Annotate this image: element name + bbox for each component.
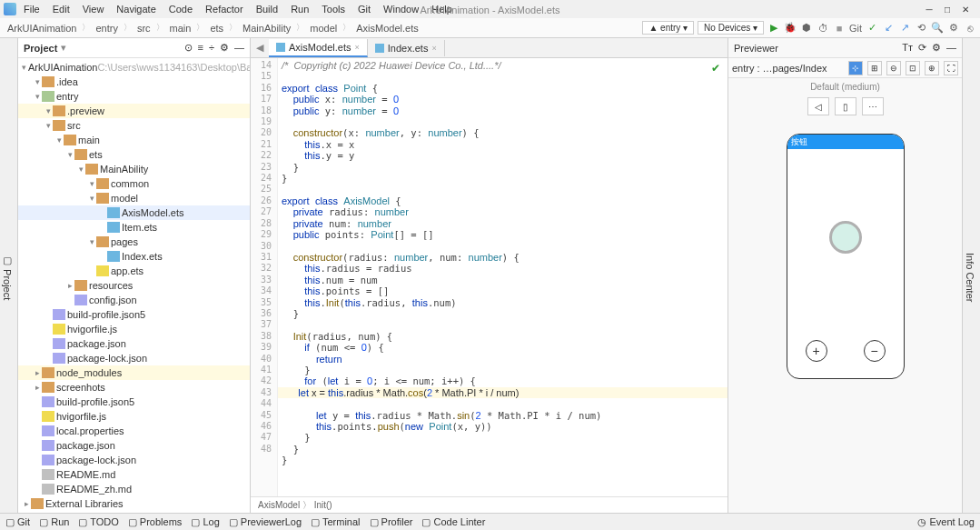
minimize-icon[interactable]: ─ [924,4,935,15]
tree-node[interactable]: package-lock.json [18,453,250,467]
debug-icon[interactable]: 🐞 [784,22,797,35]
tree-node[interactable]: ▾src [18,118,250,133]
preview-hide-icon[interactable]: — [946,42,956,54]
grid-icon[interactable]: ⊞ [867,61,882,75]
zoom-out-icon[interactable]: ⊖ [886,61,901,75]
tree-node[interactable]: ▾ArkUIAnimation C:\Users\wws1134163\Desk… [18,60,250,75]
gear-icon[interactable]: ⚙ [220,42,229,54]
tree-node[interactable]: Scratches and Consoles [18,511,250,513]
run-icon[interactable]: ▶ [767,22,780,35]
menu-file[interactable]: File [18,2,45,16]
event-log-tab[interactable]: ◷ Event Log [917,516,975,528]
zoom-fit-icon[interactable]: ⊡ [906,61,920,75]
tree-node[interactable]: ▾main [18,133,250,147]
tree-node[interactable]: ▾pages [18,235,250,249]
tab-prev-icon[interactable]: ◀ [251,42,269,54]
tree-node[interactable]: package.json [18,438,250,453]
breadcrumb-item[interactable]: main [166,23,195,34]
tree-node[interactable]: ▾ets [18,147,250,162]
breadcrumb-item[interactable]: ArkUIAnimation [4,23,80,34]
menu-run[interactable]: Run [285,2,314,16]
fullscreen-icon[interactable]: ⛶ [944,61,958,75]
phone-plus-button[interactable]: + [806,340,827,362]
tree-node[interactable]: build-profile.json5 [18,395,250,409]
tree-node[interactable]: local.properties [18,424,250,438]
tree-node[interactable]: app.ets [18,264,250,278]
bottom-tab-log[interactable]: ▢ Log [191,516,219,528]
close-tab-icon[interactable]: × [431,44,436,53]
commit-icon[interactable]: ✓ [866,22,878,35]
push-icon[interactable]: ↗ [898,22,911,35]
menu-view[interactable]: View [77,2,110,16]
tree-node[interactable]: ▸node_modules [18,365,250,380]
font-inc-icon[interactable]: Tт [902,42,913,54]
tree-node[interactable]: package.json [18,336,250,351]
tree-node[interactable]: ▸External Libraries [18,496,250,511]
inspector-icon[interactable]: ⊹ [848,61,863,75]
history-icon[interactable]: ⟲ [915,22,927,35]
profile-icon[interactable]: ⏱ [817,22,829,35]
breadcrumb-item[interactable]: model [306,23,341,34]
tree-node[interactable]: ▸resources [18,278,250,293]
bottom-tab-git[interactable]: ▢ Git [5,516,30,528]
tree-node[interactable]: ▾model [18,191,250,205]
stop-icon[interactable]: ■ [833,22,846,35]
bottom-tab-code linter[interactable]: ▢ Code Linter [421,516,485,528]
editor-tab[interactable]: AxisModel.ets× [269,39,368,57]
close-tab-icon[interactable]: × [354,43,359,52]
hide-icon[interactable]: — [234,42,244,54]
bottom-tab-previewerlog[interactable]: ▢ PreviewerLog [229,516,302,528]
phone-minus-button[interactable]: − [864,340,886,362]
orient-portrait-icon[interactable]: ▯ [835,97,856,115]
collapse-all-icon[interactable]: ÷ [209,42,214,54]
code-area[interactable]: /* Copyright (c) 2022 Huawei Device Co.,… [278,58,728,496]
project-tree[interactable]: ▾ArkUIAnimation C:\Users\wws1134163\Desk… [18,58,250,513]
menu-refactor[interactable]: Refactor [200,2,249,16]
tree-node[interactable]: ▾entry [18,89,250,104]
connect-icon[interactable]: ⎋ [964,22,976,35]
editor-tab[interactable]: Index.ets× [368,40,445,56]
update-icon[interactable]: ↙ [882,22,895,35]
breadcrumb-item[interactable]: ets [206,23,227,34]
config-dropdown[interactable]: ▲ entry ▾ [642,21,694,35]
tree-node[interactable]: hvigorfile.js [18,322,250,336]
menu-code[interactable]: Code [163,2,198,16]
tree-node[interactable]: Item.ets [18,220,250,235]
expand-all-icon[interactable]: ≡ [198,42,203,54]
tree-node[interactable]: AxisModel.ets [18,205,250,220]
close-icon[interactable]: ✕ [960,4,971,15]
bottom-tab-problems[interactable]: ▢ Problems [128,516,183,528]
coverage-icon[interactable]: ⬢ [800,22,813,35]
menu-git[interactable]: Git [352,2,376,16]
orient-more-icon[interactable]: ⋯ [862,97,884,115]
search-icon[interactable]: 🔍 [931,22,944,35]
preview-settings-icon[interactable]: ⚙ [932,42,941,54]
bottom-tab-run[interactable]: ▢ Run [39,516,69,528]
info-center-tab[interactable]: Info Center [963,247,977,307]
bottom-tab-profiler[interactable]: ▢ Profiler [370,516,413,528]
bottom-tab-todo[interactable]: ▢ TODO [78,516,118,528]
breadcrumb-item[interactable]: MainAbility [239,23,294,34]
tree-node[interactable]: build-profile.json5 [18,307,250,322]
zoom-in-icon[interactable]: ⊕ [925,61,939,75]
maximize-icon[interactable]: □ [942,4,953,15]
preview-pages[interactable]: entry : …pages/Index [732,63,827,74]
breadcrumb-item[interactable]: AxisModel.ets [352,23,421,34]
orient-back-icon[interactable]: ◁ [807,97,829,115]
menu-navigate[interactable]: Navigate [111,2,161,16]
tree-node[interactable]: README.md [18,467,250,482]
editor-breadcrumb[interactable]: AxisModel 〉 Init() [251,496,728,513]
menu-build[interactable]: Build [251,2,283,16]
tree-node[interactable]: package-lock.json [18,351,250,365]
breadcrumb-item[interactable]: src [134,23,154,34]
tree-node[interactable]: config.json [18,293,250,307]
tree-node[interactable]: README_zh.md [18,482,250,496]
tree-node[interactable]: Index.ets [18,249,250,264]
menu-tools[interactable]: Tools [316,2,351,16]
settings-icon[interactable]: ⚙ [947,22,960,35]
select-opened-icon[interactable]: ⊙ [184,42,193,54]
tree-node[interactable]: hvigorfile.js [18,409,250,424]
tree-node[interactable]: ▾.idea [18,75,250,89]
project-tool-tab[interactable]: ▢ Project [0,249,15,305]
refresh-icon[interactable]: ⟳ [918,42,926,54]
